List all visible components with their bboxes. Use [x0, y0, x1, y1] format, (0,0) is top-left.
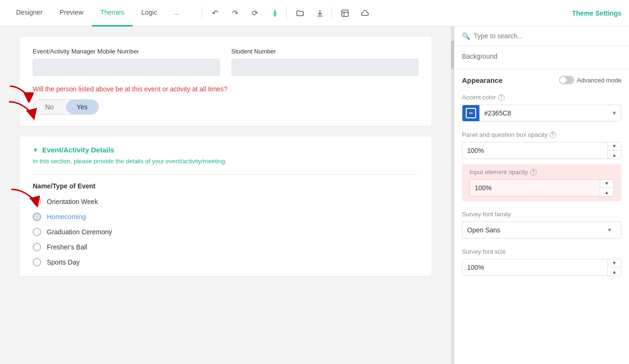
nav-separator-3 [331, 6, 332, 20]
panel-opacity-down[interactable]: ▼ [608, 142, 621, 151]
tab-preview-label: Preview [60, 9, 83, 16]
tab-designer-label: Designer [16, 9, 43, 16]
color-swatch-inner: ✏ [466, 108, 476, 118]
question2-section: Name/Type of Event Orientation Week Home… [33, 182, 418, 266]
accent-color-row: Accent color ? ✏ #2365C8 ▼ [454, 89, 629, 126]
accent-color-label-row: Accent color ? [462, 94, 621, 101]
canvas-area: Event/Activity Manager Mobile Number Stu… [0, 27, 451, 364]
tab-logic-label: Logic [141, 9, 157, 16]
section-title: Event/Activity Details [42, 146, 115, 154]
accent-color-label: Accent color [462, 94, 496, 101]
panel-opacity-help-icon[interactable]: ? [549, 132, 556, 138]
nav-actions: ↶ ↷ ⟳ [208, 6, 283, 21]
arrow-2 [4, 99, 37, 124]
search-input[interactable] [474, 32, 621, 40]
svg-rect-1 [342, 10, 348, 17]
option-label-2: Graduation Ceremony [47, 228, 112, 236]
collapse-icon[interactable]: ▼ [33, 147, 38, 153]
panel-opacity-row: Panel and question box opacity ? 100% ▼ … [454, 126, 629, 164]
survey-card: Event/Activity Manager Mobile Number Stu… [19, 36, 432, 126]
font-size-up[interactable]: ▲ [608, 267, 621, 276]
book-button[interactable] [337, 6, 353, 21]
color-swatch: ✏ [462, 105, 479, 122]
panel-opacity-up[interactable]: ▲ [608, 151, 621, 159]
panel-opacity-value: 100% [462, 147, 607, 154]
section-desc: In this section, please provide the deta… [33, 158, 418, 165]
question-area: Will the person listed above be at this … [33, 85, 418, 115]
appearance-header: Appearance Advanced mode [454, 69, 629, 89]
nav-file-actions [292, 6, 328, 21]
radio-circle-1 [33, 213, 41, 221]
question-text: Will the person listed above be at this … [33, 85, 418, 93]
arrow-3 [7, 187, 40, 212]
list-item[interactable]: Homecoming [33, 213, 418, 221]
section-divider [33, 174, 418, 175]
chevron-down-icon: ▼ [611, 110, 621, 116]
input-opacity-help-icon[interactable]: ? [530, 169, 537, 176]
field-student-label: Student Number [231, 48, 419, 55]
panel-opacity-input: 100% ▼ ▲ [462, 142, 621, 159]
list-item[interactable]: Fresher's Ball [33, 243, 418, 251]
font-family-select[interactable]: Open Sans ▼ [462, 222, 621, 239]
nav-separator-2 [286, 6, 287, 20]
list-item[interactable]: Sports Day [33, 258, 418, 266]
advanced-mode-label: Advanced mode [577, 77, 621, 84]
color-picker[interactable]: ✏ #2365C8 ▼ [462, 105, 621, 122]
radio-no[interactable]: No [33, 100, 66, 114]
advanced-mode-toggle[interactable] [559, 76, 574, 84]
accent-color-help-icon[interactable]: ? [498, 94, 505, 101]
font-family-value: Open Sans [467, 226, 500, 234]
paint-button[interactable] [267, 6, 283, 21]
input-opacity-input: 100% ▼ ▲ [470, 179, 614, 196]
list-item[interactable]: Graduation Ceremony [33, 228, 418, 236]
option-label-1: Homecoming [47, 213, 86, 221]
radio-yes[interactable]: Yes [66, 100, 98, 114]
section-header: ▼ Event/Activity Details [33, 146, 418, 154]
list-item[interactable]: Orientation Week [33, 197, 418, 206]
question2-label: Name/Type of Event [33, 182, 418, 190]
right-panel: 🔍 Background Appearance Advanced mode Ac… [454, 27, 629, 364]
svg-point-0 [274, 12, 276, 15]
font-size-down[interactable]: ▼ [608, 259, 621, 267]
refresh-button[interactable]: ⟳ [248, 6, 263, 21]
mobile-input[interactable] [33, 59, 220, 76]
option-label-4: Sports Day [47, 258, 80, 266]
font-family-label: Survey font family [462, 211, 621, 218]
input-opacity-down[interactable]: ▼ [600, 179, 613, 188]
section-card: ▼ Event/Activity Details In this section… [19, 136, 432, 276]
student-input[interactable] [231, 59, 419, 76]
top-nav: Designer Preview Themes Logic ... ↶ ↷ ⟳ [0, 0, 629, 27]
download-button[interactable] [312, 6, 328, 21]
tab-more-label: ... [174, 9, 180, 16]
panel-opacity-stepper: ▼ ▲ [607, 142, 621, 159]
search-bar: 🔍 [454, 27, 629, 46]
option-label-3: Fresher's Ball [47, 243, 87, 251]
color-value: #2365C8 [479, 109, 611, 117]
background-label: Background [462, 53, 621, 60]
tab-logic[interactable]: Logic [133, 0, 165, 27]
font-size-value: 100% [462, 264, 607, 271]
field-mobile: Event/Activity Manager Mobile Number [33, 48, 220, 76]
pen-icon: ✏ [469, 110, 473, 116]
input-opacity-row: Input element opacity ? 100% ▼ ▲ [462, 164, 621, 201]
font-size-stepper: ▼ ▲ [607, 259, 621, 276]
panel-opacity-label: Panel and question box opacity [462, 131, 548, 138]
input-opacity-up[interactable]: ▲ [600, 188, 613, 196]
radio-circle-3 [33, 243, 41, 251]
input-opacity-stepper: ▼ ▲ [600, 179, 613, 196]
field-student: Student Number [231, 48, 419, 76]
tab-designer[interactable]: Designer [8, 0, 51, 27]
scroll-divider [451, 27, 454, 364]
redo-button[interactable]: ↷ [228, 6, 243, 21]
folder-button[interactable] [292, 6, 308, 21]
question2-area: Name/Type of Event Orientation Week Home… [33, 182, 418, 266]
tab-preview[interactable]: Preview [51, 0, 92, 27]
option-label-0: Orientation Week [47, 198, 98, 205]
cloud-button[interactable] [357, 6, 372, 21]
undo-button[interactable]: ↶ [208, 6, 223, 21]
radio-group-yesno[interactable]: No Yes [33, 99, 99, 115]
scroll-thumb[interactable] [451, 41, 454, 69]
tab-more[interactable]: ... [166, 0, 188, 27]
tab-themes[interactable]: Themes [92, 0, 133, 27]
panel-opacity-label-row: Panel and question box opacity ? [462, 131, 621, 138]
